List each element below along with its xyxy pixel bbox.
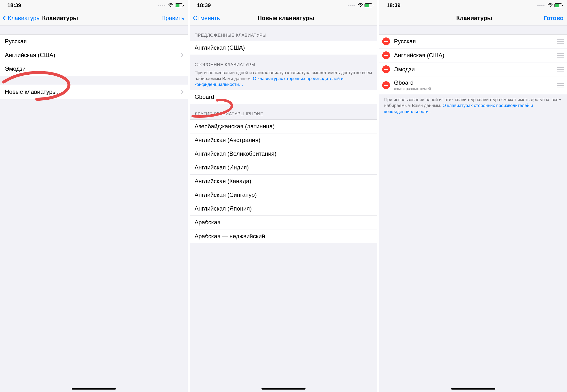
row-label: Английская (Япония) [195,205,373,212]
status-right-cluster [348,3,372,7]
content: ПРЕДЛОЖЕННЫЕ КЛАВИАТУРЫ Английская (США)… [190,26,377,392]
thirdparty-group: Gboard [190,90,377,104]
keyboard-row[interactable]: Английская (Сингапур) [190,188,377,202]
nav-done-button[interactable]: Готово [543,15,564,22]
row-label: Арабская — неджвийский [195,233,373,240]
row-label: Английская (Канада) [195,178,373,185]
row-subtitle: языки разных семей [394,87,554,91]
keyboard-edit-row-emoji: Эмодзи [379,62,567,76]
keyboard-row[interactable]: Английская (Япония) [190,202,377,216]
status-time: 18:39 [197,2,211,9]
delete-button[interactable] [382,81,390,89]
delete-button[interactable] [382,51,390,59]
installed-keyboards-group: Русская Английская (США) Эмодзи [0,34,188,76]
reorder-handle[interactable] [557,39,564,43]
keyboard-row[interactable]: Английская (Индия) [190,161,377,175]
screen-keyboards-edit: 18:39 Клавиатуры Готово Русская Английск… [379,0,567,392]
battery-icon [175,3,183,7]
wifi-icon [547,3,553,7]
home-indicator [72,388,116,390]
screen-keyboards-list: 18:39 Клавиатуры Клавиатуры Править Русс… [0,0,188,392]
row-label: Английская (Сингапур) [195,192,373,198]
status-time: 18:39 [387,2,400,9]
keyboard-row[interactable]: Английская (Канада) [190,175,377,188]
reorder-handle[interactable] [557,83,564,87]
row-label: Новые клавиатуры… [5,88,180,95]
row-label: Gboard языки разных семей [394,79,554,91]
add-keyboard-group: Новые клавиатуры… [0,85,188,99]
keyboard-row[interactable]: Английская (Великобритания) [190,147,377,161]
chevron-right-icon [179,90,183,94]
row-label: Английская (Индия) [195,164,373,171]
row-label: Gboard [195,94,373,100]
section-header-suggested: ПРЕДЛОЖЕННЫЕ КЛАВИАТУРЫ [190,26,377,41]
row-label: Английская (США) [394,52,554,59]
status-right-cluster [537,3,562,7]
content: Русская Английская (США) Эмодзи Gboard я… [379,26,567,392]
section-title: СТОРОННИЕ КЛАВИАТУРЫ [195,62,373,68]
section-footer: При использовании одной из этих клавиату… [379,94,567,118]
keyboard-row-gboard[interactable]: Gboard [190,90,377,104]
keyboard-row-english-us[interactable]: Английская (США) [190,41,377,55]
screen-add-keyboard: 18:39 Отменить Новые клавиатуры ПРЕДЛОЖЕ… [190,0,377,392]
battery-icon [364,3,372,7]
chevron-right-icon [179,53,183,57]
status-bar: 18:39 [190,0,377,11]
cellular-dots-icon [348,5,355,6]
keyboard-row[interactable]: Азербайджанская (латиница) [190,120,377,133]
keyboard-row[interactable]: Арабская — неджвийский [190,229,377,243]
delete-button[interactable] [382,38,390,45]
nav-title: Клавиатуры [41,15,161,22]
home-indicator [262,388,305,390]
keyboard-edit-row-gboard: Gboard языки разных семей [379,76,567,94]
wifi-icon [358,3,363,7]
edit-keyboards-group: Русская Английская (США) Эмодзи Gboard я… [379,34,567,94]
keyboard-row[interactable]: Арабская [190,216,377,229]
home-indicator [451,388,495,390]
keyboard-row-russian[interactable]: Русская [0,35,188,48]
row-label: Английская (США) [5,52,180,58]
row-label: Азербайджанская (латиница) [195,123,373,130]
row-label: Английская (Австралия) [195,137,373,143]
minus-icon [384,41,388,42]
row-label: Русская [5,38,183,45]
add-new-keyboard-row[interactable]: Новые клавиатуры… [0,85,188,99]
minus-icon [384,55,388,56]
chevron-back-icon [3,16,8,21]
row-label: Арабская [195,219,373,226]
nav-cancel-button[interactable]: Отменить [193,15,220,22]
minus-icon [384,69,388,70]
keyboard-row-english-us[interactable]: Английская (США) [0,48,188,62]
battery-icon [554,3,562,7]
status-bar: 18:39 [379,0,567,11]
delete-button[interactable] [382,65,390,73]
keyboard-row-emoji[interactable]: Эмодзи [0,62,188,76]
row-label: Английская (США) [195,44,373,51]
row-label: Русская [394,38,554,45]
reorder-handle[interactable] [557,67,564,71]
wifi-icon [168,3,174,7]
nav-bar: Клавиатуры Готово [379,11,567,26]
cellular-dots-icon [537,5,544,6]
keyboard-edit-row-russian: Русская [379,35,567,48]
row-label: Английская (Великобритания) [195,150,373,157]
row-title: Gboard [394,79,414,86]
cellular-dots-icon [158,5,165,6]
row-label: Эмодзи [394,66,554,73]
section-header-thirdparty: СТОРОННИЕ КЛАВИАТУРЫ При использовании о… [190,55,377,90]
nav-back-label: Клавиатуры [8,15,41,22]
nav-title: Клавиатуры [405,15,543,22]
nav-edit-label: Править [161,15,184,22]
nav-bar: Отменить Новые клавиатуры [190,11,377,26]
row-label: Эмодзи [5,65,183,72]
status-bar: 18:39 [0,0,188,11]
nav-bar: Клавиатуры Клавиатуры Править [0,11,188,26]
nav-back-button[interactable]: Клавиатуры [3,15,41,22]
keyboard-edit-row-english-us: Английская (США) [379,48,567,62]
status-time: 18:39 [7,2,21,9]
section-header-other: ДРУГИЕ КЛАВИАТУРЫ IPHONE [190,104,377,119]
status-right-cluster [158,3,183,7]
nav-edit-button[interactable]: Править [161,15,184,22]
reorder-handle[interactable] [557,53,564,57]
keyboard-row[interactable]: Английская (Австралия) [190,133,377,147]
